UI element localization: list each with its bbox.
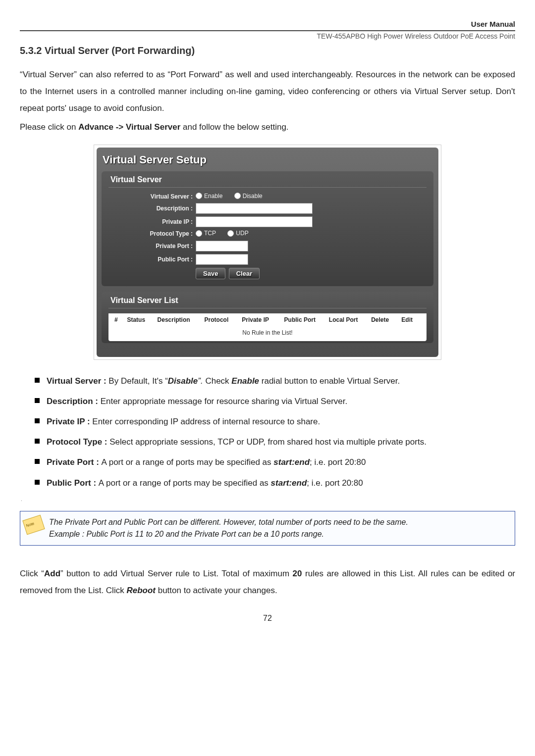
b2-text: Enter appropriate message for resource s… [101,397,348,406]
header-device: TEW-455APBO High Power Wireless Outdoor … [20,32,515,40]
shot-title: Virtual Server Setup [103,153,432,166]
radio-icon [234,193,241,199]
para2-post: and follow the below setting. [180,122,288,132]
bullet-public-port: Public Port : A port or a range of ports… [35,476,515,490]
c-20: 20 [293,569,302,578]
b4-label: Protocol Type : [47,437,109,447]
header-rule [20,30,515,31]
b1-enable: Enable [231,376,259,386]
col-public-port: Public Port [282,316,327,323]
b6-startend: start:end [271,478,307,488]
b5-t2: ; i.e. port 20:80 [310,457,366,467]
col-local-port: Local Port [327,316,369,323]
col-hash: # [112,316,125,323]
virtual-server-list-panel: Virtual Server List # Status Description… [102,292,433,343]
b5-label: Private Port : [47,457,102,467]
note-line2: Example : Public Port is 11 to 20 and th… [49,528,508,540]
bullet-private-port: Private Port : A port or a range of port… [35,455,515,469]
vs-list-table: # Status Description Protocol Private IP… [108,313,427,341]
row-public-port: Public Port : [108,254,427,265]
b2-label: Description : [47,397,101,406]
section-heading: 5.3.2 Virtual Server (Port Forwarding) [20,45,515,56]
radio-icon [196,230,202,237]
save-button[interactable]: Save [196,268,225,279]
radio-disable-label: Disable [243,193,263,200]
radio-disable[interactable]: Disable [234,193,263,200]
b3-text: Enter corresponding IP address of intern… [92,417,320,426]
b3-label: Private IP : [47,417,92,426]
b6-t1: A port or a range of ports may be specif… [99,478,271,488]
note-box: The Private Port and Public Port can be … [20,511,515,546]
private-port-input[interactable] [196,241,248,252]
description-input[interactable] [196,203,313,214]
label-protocol-type: Protocol Type : [108,230,196,237]
para2-pre: Please click on [20,122,78,132]
public-port-input[interactable] [196,254,248,265]
intro-paragraph-1: “Virtual Server” can also referred to as… [20,66,515,117]
label-public-port: Public Port : [108,256,196,263]
bullet-private-ip: Private IP : Enter corresponding IP addr… [35,415,515,428]
table-header-row: # Status Description Protocol Private IP… [108,313,427,326]
row-description: Description : [108,203,427,214]
col-protocol: Protocol [203,316,240,323]
col-description: Description [156,316,203,323]
col-private-ip: Private IP [240,316,282,323]
note-line1: The Private Port and Public Port can be … [49,516,508,528]
list-empty-message: No Rule in the List! [108,326,427,341]
closing-paragraph: Click “Add” button to add Virtual Server… [20,565,515,599]
c-t2: ” button to add Virtual Server rule to L… [60,569,293,578]
row-protocol-type: Protocol Type : TCP UDP [108,230,427,238]
bullet-protocol-type: Protocol Type : Select appropriate sessi… [35,435,515,449]
b5-t1: A port or a range of ports may be specif… [102,457,274,467]
b6-label: Public Port : [47,478,99,488]
radio-udp[interactable]: UDP [227,230,248,237]
c-t4: button to activate your changes. [156,586,277,595]
col-delete: Delete [369,316,399,323]
b1-label: Virtual Server : [47,376,108,386]
label-description: Description : [108,205,196,212]
b1-t1: By Default, It's “ [108,376,167,386]
private-ip-input[interactable] [196,216,313,227]
note-icon [22,515,45,535]
row-private-port: Private Port : [108,241,427,252]
radio-tcp[interactable]: TCP [196,230,216,237]
radio-icon [196,193,202,199]
label-virtual-server: Virtual Server : [108,193,196,200]
header-user-manual: User Manual [20,20,515,28]
intro-paragraph-2: Please click on Advance -> Virtual Serve… [20,120,515,135]
virtual-server-panel: Virtual Server Virtual Server : Enable D… [102,171,433,286]
panel-header-vs-list: Virtual Server List [108,292,427,308]
col-status: Status [125,316,155,323]
para2-path: Advance -> Virtual Server [78,122,180,132]
radio-icon [227,230,234,237]
b1-t2: ”. [198,376,205,386]
b1-t4: radial button to enable Virtual Server. [259,376,400,386]
radio-udp-label: UDP [236,230,248,237]
bullet-virtual-server: Virtual Server : By Default, It's “Disab… [35,374,515,388]
page-number: 72 [20,614,515,623]
b1-disable: Disable [168,376,198,386]
radio-enable-label: Enable [204,193,222,200]
radio-enable[interactable]: Enable [196,193,222,200]
label-private-port: Private Port : [108,243,196,250]
col-edit: Edit [399,316,423,323]
virtual-server-setup-screenshot: Virtual Server Setup Virtual Server Virt… [94,145,441,359]
row-virtual-server: Virtual Server : Enable Disable [108,193,427,201]
c-reboot: Reboot [126,586,156,595]
c-add: Add [44,569,60,578]
c-t1: Click “ [20,569,44,578]
b5-startend: start:end [273,457,310,467]
row-private-ip: Private IP : [108,216,427,227]
field-explanations-list: Virtual Server : By Default, It's “Disab… [20,374,515,490]
b1-t3: Check [205,376,231,386]
label-private-ip: Private IP : [108,218,196,225]
bullet-description: Description : Enter appropriate message … [35,395,515,408]
panel-header-virtual-server: Virtual Server [108,171,427,188]
stray-dot: . [21,497,515,502]
clear-button[interactable]: Clear [229,268,260,279]
b6-t2: ; i.e. port 20:80 [307,478,363,488]
radio-tcp-label: TCP [204,230,216,237]
b4-text: Select appropriate sessions, TCP or UDP,… [109,437,427,447]
